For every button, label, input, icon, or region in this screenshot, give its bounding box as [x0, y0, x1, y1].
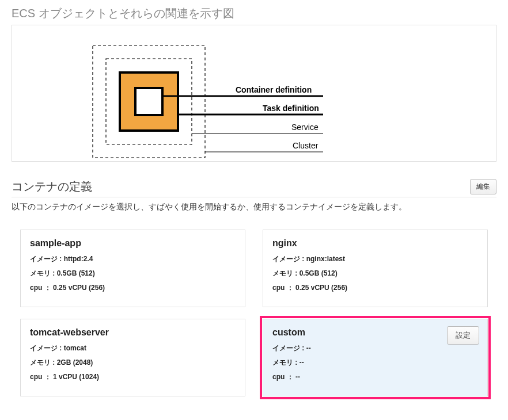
- card-title: tomcat-webserver: [30, 327, 236, 338]
- card-memory-value: 2GB (2048): [57, 358, 93, 366]
- container-section-title: コンテナの定義: [12, 179, 92, 194]
- settings-button[interactable]: 設定: [447, 326, 479, 345]
- label-service: Service: [291, 123, 319, 132]
- card-cpu-label: cpu ：: [272, 284, 295, 292]
- container-card-tomcat-webserver[interactable]: tomcat-webserverイメージ : tomcatメモリ : 2GB (…: [20, 319, 245, 396]
- divider: [12, 197, 496, 197]
- card-cpu-label: cpu ：: [30, 373, 53, 381]
- container-card-custom[interactable]: custom設定イメージ : --メモリ : --cpu ： --: [263, 319, 488, 396]
- card-image-label: イメージ :: [30, 255, 64, 263]
- card-memory-label: メモリ :: [30, 269, 57, 277]
- card-memory-label: メモリ :: [30, 358, 57, 366]
- ecs-diagram-svg: Container definition Task definition Ser…: [12, 25, 497, 162]
- card-image-value: tomcat: [64, 344, 86, 352]
- card-cpu-row: cpu ： 0.25 vCPU (256): [272, 283, 478, 293]
- card-cpu-row: cpu ： 0.25 vCPU (256): [30, 283, 236, 293]
- container-card-nginx[interactable]: nginxイメージ : nginx:latestメモリ : 0.5GB (512…: [263, 230, 488, 307]
- card-cpu-label: cpu ：: [30, 284, 53, 292]
- card-memory-value: 0.5GB (512): [300, 269, 338, 277]
- container-section-desc: 以下のコンテナのイメージを選択し、すばやく使用を開始するか、使用するコンテナイメ…: [12, 202, 496, 212]
- card-memory-value: 0.5GB (512): [57, 269, 95, 277]
- card-cpu-value: 1 vCPU (1024): [53, 373, 99, 381]
- card-cpu-row: cpu ： --: [272, 372, 478, 382]
- card-cpu-label: cpu ：: [272, 373, 295, 381]
- svg-rect-3: [135, 88, 162, 115]
- card-image-value: httpd:2.4: [64, 255, 93, 263]
- card-image-row: イメージ : tomcat: [30, 343, 236, 353]
- card-memory-row: メモリ : 0.5GB (512): [272, 269, 478, 278]
- card-memory-row: メモリ : 2GB (2048): [30, 358, 236, 368]
- card-title: nginx: [272, 238, 478, 249]
- card-title: sample-app: [30, 238, 236, 249]
- label-container-definition: Container definition: [236, 85, 312, 94]
- edit-button[interactable]: 編集: [470, 179, 496, 194]
- card-image-label: イメージ :: [272, 344, 306, 352]
- card-image-row: イメージ : nginx:latest: [272, 254, 478, 264]
- card-memory-row: メモリ : --: [272, 358, 478, 368]
- container-cards-grid: sample-appイメージ : httpd:2.4メモリ : 0.5GB (5…: [12, 230, 496, 396]
- card-memory-label: メモリ :: [272, 358, 300, 366]
- card-cpu-value: --: [295, 373, 300, 381]
- card-image-value: --: [306, 344, 311, 352]
- card-cpu-value: 0.25 vCPU (256): [53, 284, 105, 292]
- card-cpu-row: cpu ： 1 vCPU (1024): [30, 372, 236, 382]
- label-task-definition: Task definition: [263, 104, 319, 113]
- card-image-label: イメージ :: [272, 255, 306, 263]
- card-memory-value: --: [300, 358, 304, 366]
- card-image-label: イメージ :: [30, 344, 64, 352]
- card-image-row: イメージ : --: [272, 343, 478, 353]
- card-memory-label: メモリ :: [272, 269, 300, 277]
- diagram-title: ECS オブジェクトとそれらの関連を示す図: [12, 0, 496, 25]
- card-image-value: nginx:latest: [306, 255, 345, 263]
- label-cluster: Cluster: [293, 141, 319, 150]
- ecs-diagram-panel: Container definition Task definition Ser…: [12, 25, 496, 162]
- card-image-row: イメージ : httpd:2.4: [30, 254, 236, 264]
- container-card-sample-app[interactable]: sample-appイメージ : httpd:2.4メモリ : 0.5GB (5…: [20, 230, 245, 307]
- card-cpu-value: 0.25 vCPU (256): [295, 284, 347, 292]
- card-memory-row: メモリ : 0.5GB (512): [30, 269, 236, 278]
